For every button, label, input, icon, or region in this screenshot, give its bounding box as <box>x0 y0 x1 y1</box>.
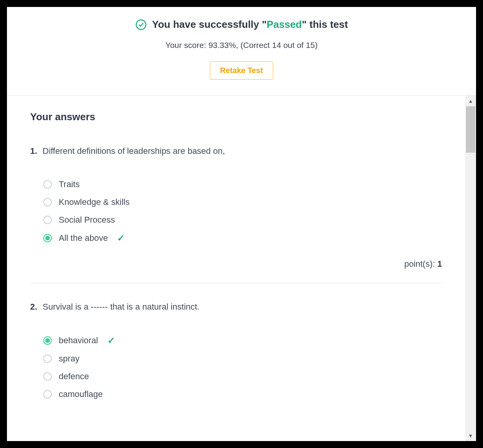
points-row: point(s): 1 <box>30 259 442 269</box>
option-label: Knowledge & skills <box>59 197 129 207</box>
radio-icon <box>43 390 52 399</box>
option[interactable]: spray <box>43 350 442 368</box>
answers-title: Your answers <box>30 111 442 123</box>
question-divider <box>30 283 442 283</box>
radio-icon <box>43 372 52 381</box>
results-header: You have successfully "Passed" this test… <box>7 7 476 95</box>
body-area: Your answers 1. Different definitions of… <box>7 95 476 441</box>
correct-check-icon: ✓ <box>117 233 125 244</box>
result-prefix: You have successfully " <box>152 19 267 30</box>
score-line: Your score: 93.33%, (Correct 14 out of 1… <box>30 41 453 50</box>
option[interactable]: behavioral ✓ <box>43 331 442 350</box>
option[interactable]: Traits <box>43 175 442 193</box>
option[interactable]: All the above ✓ <box>43 229 442 247</box>
scroll-up-arrow-icon[interactable]: ▲ <box>465 95 476 106</box>
question: 1. Different definitions of leaderships … <box>30 146 442 156</box>
retake-test-button[interactable]: Retake Test <box>210 61 274 80</box>
points-value: 1 <box>437 259 442 269</box>
option[interactable]: defence <box>43 368 442 385</box>
scroll-down-arrow-icon[interactable]: ▼ <box>465 430 476 441</box>
option-label: Traits <box>59 179 80 189</box>
option[interactable]: Knowledge & skills <box>43 193 442 211</box>
vertical-scrollbar[interactable]: ▲ ▼ <box>465 95 476 441</box>
option-label: Social Process <box>59 215 115 225</box>
radio-icon <box>43 198 52 206</box>
options-list: Traits Knowledge & skills Social Process… <box>43 175 442 247</box>
question-text: Survival is a ------ that is a natural i… <box>43 302 199 312</box>
success-check-icon <box>135 19 147 31</box>
result-status: Passed <box>267 19 302 30</box>
radio-icon <box>43 336 52 345</box>
option-label: All the above <box>59 233 108 243</box>
question: 2. Survival is a ------ that is a natura… <box>30 302 442 312</box>
results-window: You have successfully "Passed" this test… <box>7 7 476 441</box>
option-label: behavioral <box>59 336 98 346</box>
option[interactable]: Social Process <box>43 211 442 229</box>
radio-icon <box>43 180 52 189</box>
points-label: point(s): <box>404 259 437 269</box>
svg-point-0 <box>136 20 146 29</box>
answers-content: Your answers 1. Different definitions of… <box>7 95 465 441</box>
radio-icon <box>43 354 52 363</box>
radio-icon <box>43 234 52 242</box>
scroll-track[interactable] <box>465 106 476 430</box>
option-label: spray <box>59 354 80 364</box>
result-suffix: " this test <box>302 19 348 30</box>
question-number: 2. <box>30 302 37 312</box>
option-label: camouflage <box>59 389 103 399</box>
correct-check-icon: ✓ <box>107 335 115 346</box>
option[interactable]: camouflage <box>43 385 442 403</box>
question-text: Different definitions of leaderships are… <box>43 146 225 156</box>
question-number: 1. <box>30 146 37 156</box>
radio-icon <box>43 216 52 224</box>
result-text: You have successfully "Passed" this test <box>152 19 348 31</box>
options-list: behavioral ✓ spray defence camouflage <box>43 331 442 403</box>
option-label: defence <box>59 371 89 382</box>
result-line: You have successfully "Passed" this test <box>30 19 453 31</box>
scroll-thumb[interactable] <box>466 106 475 153</box>
